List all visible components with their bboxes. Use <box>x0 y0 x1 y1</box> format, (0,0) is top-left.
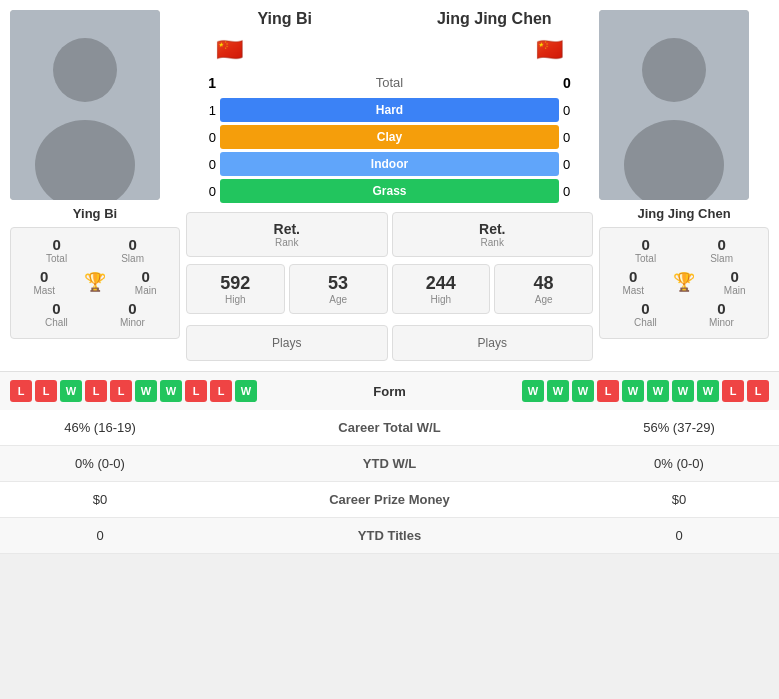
left-rank-label: Rank <box>191 237 383 248</box>
rank-area: Ret. Rank Ret. Rank <box>186 212 593 257</box>
form-badge-w: W <box>672 380 694 402</box>
left-name-header: Ying Bi <box>190 10 380 28</box>
hard-row: 1 Hard 0 <box>186 98 593 122</box>
grass-score-left: 0 <box>186 184 216 199</box>
indoor-score-left: 0 <box>186 157 216 172</box>
right-main-stat: 0 Main <box>724 268 746 296</box>
grass-score-right: 0 <box>563 184 593 199</box>
right-mast-label: Mast <box>622 285 644 296</box>
form-badge-w: W <box>160 380 182 402</box>
form-badge-w: W <box>647 380 669 402</box>
right-age-box: 48 Age <box>494 264 593 314</box>
left-mast-value: 0 <box>33 268 55 285</box>
form-badge-w: W <box>622 380 644 402</box>
right-total-value: 0 <box>635 236 656 253</box>
right-mast-value: 0 <box>622 268 644 285</box>
form-badge-w: W <box>572 380 594 402</box>
right-trophy-row: 0 Mast 🏆 0 Main <box>608 268 760 296</box>
clay-score-left: 0 <box>186 130 216 145</box>
total-score-right: 0 <box>563 75 593 91</box>
left-mast-label: Mast <box>33 285 55 296</box>
left-player-photo <box>10 10 160 200</box>
left-minor-label: Minor <box>120 317 145 328</box>
trophy-icon-left: 🏆 <box>84 271 106 293</box>
left-high-value: 592 <box>191 273 280 294</box>
right-main-label: Main <box>724 285 746 296</box>
career-wl-row: 46% (16-19) Career Total W/L 56% (37-29) <box>0 410 779 446</box>
right-minor-label: Minor <box>709 317 734 328</box>
right-prize: $0 <box>579 482 779 518</box>
center-column: Ying Bi Jing Jing Chen 🇨🇳 🇨🇳 1 Total 0 1… <box>186 10 593 361</box>
right-flag: 🇨🇳 <box>536 37 563 63</box>
form-badge-w: W <box>235 380 257 402</box>
form-badge-w: W <box>547 380 569 402</box>
form-section: LLWLLWWLLW Form WWWLWWWWLL <box>0 371 779 410</box>
stats-table: 46% (16-19) Career Total W/L 56% (37-29)… <box>0 410 779 554</box>
right-total-slam-row: 0 Total 0 Slam <box>608 236 760 264</box>
form-badge-l: L <box>185 380 207 402</box>
form-badge-w: W <box>697 380 719 402</box>
right-main-value: 0 <box>724 268 746 285</box>
right-total-stat: 0 Total <box>635 236 656 264</box>
left-slam-stat: 0 Slam <box>121 236 144 264</box>
left-high-box: 592 High <box>186 264 285 314</box>
prize-label: Career Prize Money <box>200 482 579 518</box>
left-career-wl: 46% (16-19) <box>0 410 200 446</box>
right-career-wl: 56% (37-29) <box>579 410 779 446</box>
right-age-value: 48 <box>499 273 588 294</box>
names-header: Ying Bi Jing Jing Chen <box>186 10 593 34</box>
left-mast-stat: 0 Mast <box>33 268 55 296</box>
left-minor-stat: 0 Minor <box>120 300 145 328</box>
main-container: Ying Bi 0 Total 0 Slam 0 Mast <box>0 0 779 554</box>
grass-row: 0 Grass 0 <box>186 179 593 203</box>
indoor-badge: Indoor <box>220 152 559 176</box>
right-minor-stat: 0 Minor <box>709 300 734 328</box>
hard-score-right: 0 <box>563 103 593 118</box>
flags-row: 🇨🇳 🇨🇳 <box>186 37 593 67</box>
left-main-stat: 0 Main <box>135 268 157 296</box>
left-flag: 🇨🇳 <box>216 37 243 63</box>
indoor-row: 0 Indoor 0 <box>186 152 593 176</box>
left-player-column: Ying Bi 0 Total 0 Slam 0 Mast <box>10 10 180 361</box>
left-titles: 0 <box>0 518 200 554</box>
left-plays-box: Plays <box>186 325 388 361</box>
right-plays-box: Plays <box>392 325 594 361</box>
right-player-photo <box>599 10 749 200</box>
right-high-value: 244 <box>397 273 486 294</box>
form-badge-l: L <box>85 380 107 402</box>
right-rank-label: Rank <box>397 237 589 248</box>
left-trophy-row: 0 Mast 🏆 0 Main <box>19 268 171 296</box>
total-row: 1 Total 0 <box>186 70 593 95</box>
right-chall-label: Chall <box>634 317 657 328</box>
total-label: Total <box>220 70 559 95</box>
high-age-row: 592 High 53 Age 244 High 48 Age <box>186 264 593 314</box>
right-ytd-wl: 0% (0-0) <box>579 446 779 482</box>
comparison-body: Ying Bi 0 Total 0 Slam 0 Mast <box>0 0 779 371</box>
svg-point-4 <box>642 38 706 102</box>
left-total-label: Total <box>46 253 67 264</box>
left-slam-value: 0 <box>121 236 144 253</box>
left-minor-value: 0 <box>120 300 145 317</box>
form-badge-l: L <box>597 380 619 402</box>
grass-badge: Grass <box>220 179 559 203</box>
hard-badge: Hard <box>220 98 559 122</box>
right-name-header: Jing Jing Chen <box>400 10 590 28</box>
career-wl-label: Career Total W/L <box>200 410 579 446</box>
left-chall-value: 0 <box>45 300 68 317</box>
left-age-label: Age <box>294 294 383 305</box>
right-chall-stat: 0 Chall <box>634 300 657 328</box>
form-badge-l: L <box>110 380 132 402</box>
ytd-wl-row: 0% (0-0) YTD W/L 0% (0-0) <box>0 446 779 482</box>
form-badge-w: W <box>60 380 82 402</box>
trophy-icon-right: 🏆 <box>673 271 695 293</box>
left-high-label: High <box>191 294 280 305</box>
right-player-column: Jing Jing Chen 0 Total 0 Slam 0 <box>599 10 769 361</box>
right-stat-panel: 0 Total 0 Slam 0 Mast 🏆 0 <box>599 227 769 339</box>
left-total-stat: 0 Total <box>46 236 67 264</box>
total-score-left: 1 <box>186 75 216 91</box>
left-main-label: Main <box>135 285 157 296</box>
right-minor-value: 0 <box>709 300 734 317</box>
ytd-wl-label: YTD W/L <box>200 446 579 482</box>
right-chall-minor-row: 0 Chall 0 Minor <box>608 300 760 328</box>
left-player-name: Ying Bi <box>10 206 180 221</box>
